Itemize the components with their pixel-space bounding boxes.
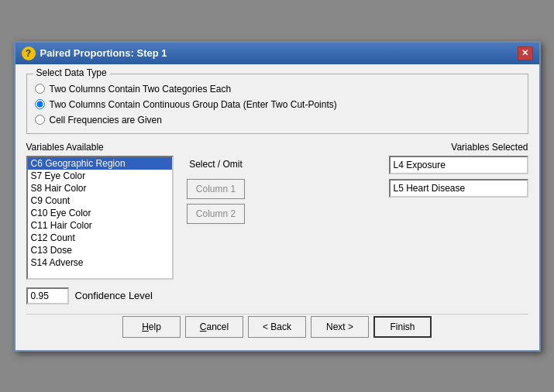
- list-item[interactable]: C6 Geographic Region: [28, 157, 172, 170]
- list-item[interactable]: C13 Dose: [28, 244, 172, 256]
- dialog-window: ? Paired Proportions: Step 1 ✕ Select Da…: [14, 41, 541, 352]
- list-item[interactable]: S8 Hair Color: [28, 182, 172, 194]
- variables-listbox[interactable]: C6 Geographic Region S7 Eye Color S8 Hai…: [26, 156, 174, 280]
- radio-option-3[interactable]: [35, 115, 45, 125]
- radio-option-2[interactable]: [35, 99, 45, 109]
- radio-label-2: Two Columns Contain Continuous Group Dat…: [50, 99, 337, 110]
- confidence-input[interactable]: [26, 287, 69, 304]
- dialog-title: Paired Proportions: Step 1: [40, 47, 167, 59]
- variables-selected-label: Variables Selected: [259, 142, 528, 153]
- radio-row-1: Two Columns Contain Two Categories Each: [35, 84, 520, 95]
- radio-option-1[interactable]: [35, 84, 45, 94]
- column2-button[interactable]: Column 2: [187, 204, 245, 224]
- list-item[interactable]: S14 Adverse: [28, 256, 172, 269]
- close-button[interactable]: ✕: [518, 46, 533, 60]
- radio-label-1: Two Columns Contain Two Categories Each: [50, 84, 232, 95]
- confidence-label: Confidence Level: [75, 290, 153, 301]
- variables-selected-section: Variables Selected: [259, 142, 528, 280]
- list-item[interactable]: S7 Eye Color: [28, 170, 172, 182]
- column1-selected-input[interactable]: [389, 156, 528, 174]
- radio-row-2: Two Columns Contain Continuous Group Dat…: [35, 99, 520, 110]
- radio-row-3: Cell Frequencies are Given: [35, 115, 520, 126]
- column1-button[interactable]: Column 1: [187, 179, 245, 199]
- selected-inputs: [259, 156, 528, 198]
- variables-available-section: Variables Available C6 Geographic Region…: [26, 142, 174, 280]
- data-type-group: Select Data Type Two Columns Contain Two…: [26, 74, 528, 134]
- column2-selected-input[interactable]: [389, 179, 528, 198]
- list-item[interactable]: C10 Eye Color: [28, 207, 172, 219]
- help-underline: HHelpelp: [142, 322, 161, 332]
- radio-label-3: Cell Frequencies are Given: [50, 115, 162, 126]
- finish-button[interactable]: Finish: [373, 316, 432, 338]
- help-button[interactable]: HHelpelp: [122, 316, 181, 338]
- next-button[interactable]: Next >: [311, 316, 369, 338]
- dialog-icon: ?: [22, 46, 36, 60]
- cancel-button[interactable]: Cancel: [185, 316, 243, 338]
- select-omit-label: Select / Omit: [189, 159, 243, 170]
- back-button[interactable]: < Back: [248, 316, 306, 338]
- main-area: Variables Available C6 Geographic Region…: [26, 142, 528, 280]
- confidence-row: Confidence Level: [26, 287, 528, 304]
- data-type-group-title: Select Data Type: [33, 67, 110, 78]
- variables-available-label: Variables Available: [26, 142, 174, 153]
- list-item[interactable]: C11 Hair Color: [28, 219, 172, 232]
- list-item[interactable]: C9 Count: [28, 194, 172, 207]
- list-item[interactable]: C12 Count: [28, 232, 172, 244]
- title-bar: ? Paired Proportions: Step 1 ✕: [15, 43, 539, 64]
- select-omit-section: Select / Omit Column 1 Column 2: [181, 142, 251, 280]
- bottom-buttons: HHelpelp Cancel < Back Next > Finish: [26, 314, 528, 341]
- dialog-body: Select Data Type Two Columns Contain Two…: [15, 64, 539, 350]
- title-bar-left: ? Paired Proportions: Step 1: [22, 46, 167, 60]
